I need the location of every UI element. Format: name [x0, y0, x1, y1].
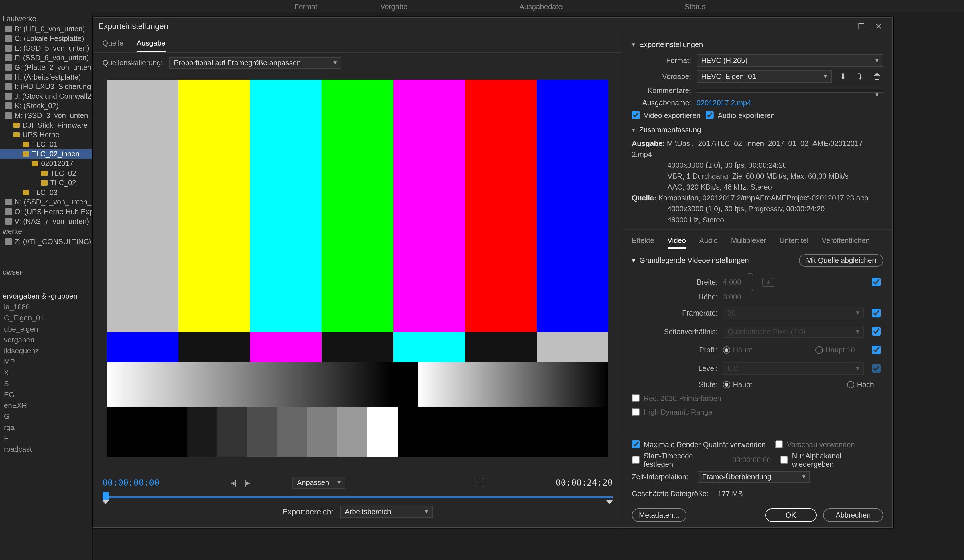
save-preset-icon[interactable]: ⬇ — [837, 71, 849, 82]
source-scaling-select[interactable]: Proportional auf Framegröße anpassen — [169, 57, 341, 69]
zoom-select[interactable]: Anpassen — [292, 477, 345, 489]
folder-icon — [23, 190, 29, 195]
in-point-marker[interactable] — [103, 500, 109, 504]
tree-item[interactable]: M: (SSD_3_von_unten_alt) — [0, 111, 92, 120]
export-video-checkbox[interactable]: Video exportieren — [632, 111, 700, 120]
tree-section-drives: Laufwerke — [0, 13, 92, 24]
preset-item[interactable]: ia_1080 — [0, 302, 92, 313]
tab-publish[interactable]: Veröffentlichen — [822, 234, 870, 248]
timecode-in[interactable]: 00:00:00:00 — [103, 477, 160, 488]
match-aspect-checkbox[interactable] — [872, 327, 881, 336]
tree-item[interactable]: O: (UPS Herne Hub Expans) — [0, 207, 92, 217]
chevron-down-icon[interactable]: ▾ — [632, 126, 635, 134]
prev-keyframe-icon[interactable]: ◂| — [231, 479, 236, 487]
tree-item[interactable]: TLC_02 — [0, 168, 92, 178]
tree-item[interactable]: C: (Lokale Festplatte) — [0, 34, 92, 44]
export-audio-checkbox[interactable]: Audio exportieren — [706, 111, 775, 120]
delete-preset-icon[interactable]: 🗑 — [871, 71, 884, 82]
playhead[interactable] — [103, 492, 109, 500]
tree-item[interactable]: E: (SSD_5_von_unten) — [0, 44, 92, 53]
start-timecode-checkbox[interactable]: Start-Timecode festlegen — [632, 452, 723, 468]
tree-item[interactable]: F: (SSD_6_von_unten) — [0, 53, 92, 63]
minimize-icon[interactable]: ― — [836, 20, 853, 33]
tree-item[interactable]: N: (SSD_4_von_unten_alt) — [0, 197, 92, 207]
tree-item[interactable]: H: (Arbeitsfestplatte) — [0, 72, 92, 82]
match-level-checkbox[interactable] — [872, 364, 881, 373]
alpha-only-checkbox[interactable]: Nur Alphakanal wiedergeben — [780, 452, 883, 468]
preset-item[interactable]: ildsequenz — [0, 345, 92, 356]
metadata-button[interactable]: Metadaten... — [632, 508, 687, 522]
out-point-marker[interactable] — [606, 500, 612, 504]
preset-item[interactable]: enEXR — [0, 400, 92, 411]
tree-item[interactable]: I: (HD-LXU3_Sicherung) — [0, 82, 92, 92]
export-range-select[interactable]: Arbeitsbereich — [340, 506, 433, 518]
aspect-select[interactable]: Quadratische Pixel (1,0) — [723, 326, 864, 337]
tree-item[interactable]: 02012017 — [0, 159, 92, 169]
tab-source[interactable]: Quelle — [103, 35, 124, 52]
rec2020-checkbox[interactable]: Rec. 2020-Primärfarben — [632, 394, 721, 402]
preset-select[interactable]: HEVC_Eigen_01 — [697, 70, 832, 83]
max-render-quality-checkbox[interactable]: Maximale Render-Qualität verwenden — [632, 440, 766, 449]
disk-icon — [5, 208, 12, 215]
chevron-down-icon[interactable]: ▾ — [632, 256, 635, 265]
preset-item[interactable]: S — [0, 378, 92, 389]
preset-item[interactable]: X — [0, 367, 92, 378]
tree-item[interactable]: TLC_01 — [0, 140, 92, 150]
preset-item[interactable]: ube_eigen — [0, 324, 92, 334]
tier-main-radio[interactable]: Haupt — [723, 381, 752, 389]
tab-video[interactable]: Video — [668, 234, 686, 248]
preset-item[interactable]: roadcast — [0, 444, 92, 455]
tier-high-radio[interactable]: Hoch — [847, 381, 874, 389]
tab-effects[interactable]: Effekte — [632, 234, 655, 248]
tab-subtitles[interactable]: Untertitel — [779, 234, 808, 248]
match-width-checkbox[interactable] — [872, 278, 881, 287]
link-dimensions-icon[interactable]: ⏚ — [762, 278, 774, 287]
framerate-select[interactable]: 30 — [723, 307, 864, 319]
profile-main-radio[interactable]: Haupt — [723, 346, 752, 354]
tab-output[interactable]: Ausgabe — [137, 35, 165, 52]
preset-item[interactable]: vorgaben — [0, 334, 92, 345]
export-settings-dialog: Exporteinstellungen ― ☐ ✕ Quelle Ausgabe… — [93, 17, 893, 527]
hdr-checkbox[interactable]: High Dynamic Range — [632, 408, 713, 417]
preset-item[interactable]: EG — [0, 389, 92, 400]
tab-multiplexer[interactable]: Multiplexer — [731, 234, 766, 248]
level-select[interactable]: 6.0 — [723, 363, 864, 374]
height-value[interactable]: 3.000 — [723, 293, 741, 301]
tree-item[interactable]: Z: (\\TL_CONSULTING\NAS — [0, 237, 92, 247]
aspect-correction-icon[interactable]: ▭ — [474, 478, 484, 487]
tree-item[interactable]: TLC_02_innen — [0, 149, 92, 159]
tree-item[interactable]: UPS Herne — [0, 130, 92, 140]
tab-audio[interactable]: Audio — [699, 234, 718, 248]
maximize-icon[interactable]: ☐ — [853, 20, 870, 33]
tree-item[interactable]: K: (Stock_02) — [0, 101, 92, 111]
ok-button[interactable]: OK — [765, 508, 816, 522]
tree-item[interactable]: TLC_03 — [0, 188, 92, 197]
match-source-button[interactable]: Mit Quelle abgleichen — [799, 254, 884, 266]
cancel-button[interactable]: Abbrechen — [823, 508, 883, 522]
close-icon[interactable]: ✕ — [870, 20, 887, 33]
preset-item[interactable]: G — [0, 411, 92, 422]
comments-input[interactable] — [697, 89, 883, 93]
tree-item[interactable]: DJI_Stick_Firmware_S — [0, 120, 92, 130]
tree-item[interactable]: J: (Stock und Cornwall2015) — [0, 92, 92, 101]
tree-item[interactable]: V: (NAS_7_von_unten) — [0, 217, 92, 226]
match-framerate-checkbox[interactable] — [872, 308, 881, 317]
tree-item[interactable]: B: (HD_0_von_unten) — [0, 24, 92, 34]
preset-item[interactable]: MP — [0, 357, 92, 367]
preset-item[interactable]: rga — [0, 422, 92, 433]
preset-item[interactable]: C_Eigen_01 — [0, 313, 92, 324]
width-value[interactable]: 4.000 — [723, 278, 741, 286]
import-preset-icon[interactable]: ⤵ — [854, 71, 866, 82]
format-select[interactable]: HEVC (H.265) — [697, 54, 883, 67]
tree-item[interactable]: TLC_02 — [0, 178, 92, 188]
time-interpolation-select[interactable]: Frame-Überblendung — [698, 471, 810, 483]
tree-item[interactable]: G: (Platte_2_von_unten) — [0, 63, 92, 72]
match-profile-checkbox[interactable] — [872, 345, 881, 355]
preset-item[interactable]: F — [0, 433, 92, 444]
output-name-link[interactable]: 02012017 2.mp4 — [697, 99, 751, 107]
timeline-slider[interactable] — [103, 491, 612, 503]
chevron-down-icon[interactable]: ▾ — [632, 41, 635, 48]
use-preview-checkbox[interactable]: Vorschau verwenden — [775, 440, 855, 449]
next-keyframe-icon[interactable]: |▸ — [244, 479, 250, 487]
profile-main10-radio[interactable]: Haupt 10 — [815, 346, 855, 354]
